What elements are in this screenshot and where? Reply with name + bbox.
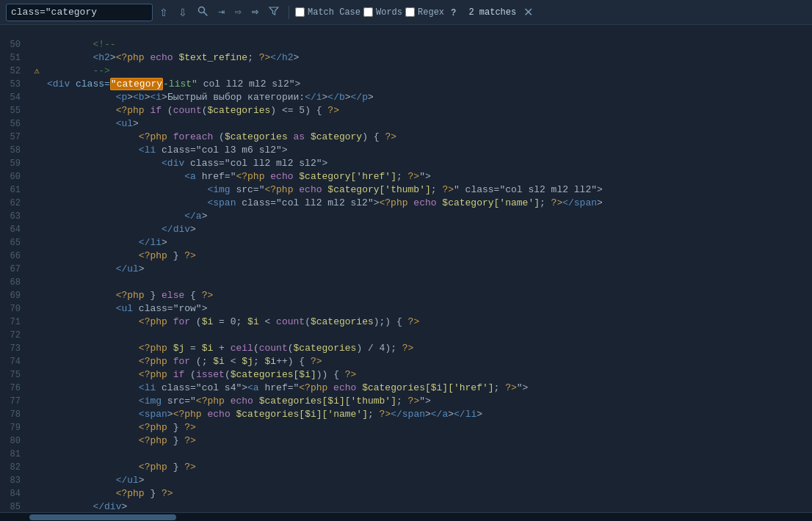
- line-content: <?php } ?>: [44, 434, 812, 448]
- regex-label[interactable]: Regex: [405, 7, 444, 18]
- horizontal-scrollbar[interactable]: [0, 512, 812, 521]
- table-row: 73 <?php $j = $i + ceil(count($categorie…: [0, 342, 812, 355]
- search-mode-btn1[interactable]: ⇥: [214, 6, 228, 18]
- line-number: 50: [0, 38, 29, 51]
- line-number: 53: [0, 78, 29, 91]
- search-input[interactable]: [11, 7, 128, 18]
- table-row: 70 <ul class="row">: [0, 302, 812, 316]
- line-number: 73: [0, 342, 29, 355]
- table-row: [0, 25, 812, 38]
- table-row: 54 <p><b><i>Быстрый выбор категории:</i>…: [0, 91, 812, 104]
- table-row: 76 <li class="col s4"><a href="<?php ech…: [0, 382, 812, 395]
- filter-icon: [269, 6, 279, 16]
- table-row: 81: [0, 448, 812, 461]
- line-number: 79: [0, 421, 29, 434]
- table-row: 61 <img src="<?php echo $category['thumb…: [0, 183, 812, 197]
- table-row: 75 <?php if (isset($categories[$i])) { ?…: [0, 368, 812, 382]
- code-container[interactable]: 50 <!--51 <h2><?php echo $text_refine; ?…: [0, 25, 812, 521]
- regex-checkbox[interactable]: [405, 7, 415, 17]
- line-gutter: ⚠: [29, 65, 44, 78]
- line-content: <span class="col ll2 ml2 sl2"><?php echo…: [44, 197, 812, 210]
- line-content: <ul class="row">: [44, 302, 812, 316]
- filter-icon-button[interactable]: [265, 4, 283, 20]
- line-number: 58: [0, 144, 29, 157]
- table-row: 74 <?php for (; $i < $j; $i++) { ?>: [0, 355, 812, 368]
- separator-1: [289, 6, 289, 19]
- match-case-label[interactable]: Match Case: [295, 7, 360, 18]
- table-row: 79 <?php } ?>: [0, 421, 812, 434]
- table-row: 83 </ul>: [0, 474, 812, 487]
- line-content: <span><?php echo $categories[$i]['name']…: [44, 408, 812, 421]
- line-number: 64: [0, 223, 29, 236]
- svg-line-1: [204, 12, 208, 16]
- line-content: <?php if (count($categories) <= 5) { ?>: [44, 104, 812, 117]
- line-number: 71: [0, 316, 29, 329]
- table-row: 55 <?php if (count($categories) <= 5) { …: [0, 104, 812, 117]
- regex-help-button[interactable]: ?: [447, 6, 460, 19]
- line-content: <div class="col ll2 ml2 sl2">: [44, 157, 812, 170]
- line-number: 74: [0, 355, 29, 368]
- line-content: <?php } ?>: [44, 487, 812, 500]
- search-icon-button[interactable]: [194, 4, 211, 20]
- words-text: Words: [376, 7, 402, 18]
- match-case-checkbox[interactable]: [295, 7, 305, 17]
- search-input-container: [6, 4, 153, 21]
- line-content: <p><b><i>Быстрый выбор категории:</i></b…: [44, 91, 812, 104]
- search-mode-btn3[interactable]: ⇨: [248, 6, 262, 18]
- words-checkbox[interactable]: [363, 7, 373, 17]
- search-icon: [197, 6, 208, 16]
- line-number: 84: [0, 487, 29, 500]
- line-content: <?php $j = $i + ceil(count($categories) …: [44, 342, 812, 355]
- line-content: <h2><?php echo $text_refine; ?></h2>: [44, 51, 812, 65]
- table-row: 78 <span><?php echo $categories[$i]['nam…: [0, 408, 812, 421]
- line-number: 52: [0, 65, 29, 78]
- line-content: <?php for (; $i < $j; $i++) { ?>: [44, 355, 812, 368]
- line-content: <li class="col s4"><a href="<?php echo $…: [44, 382, 812, 395]
- regex-text: Regex: [418, 7, 444, 18]
- line-number: 78: [0, 408, 29, 421]
- matches-count: 2 matches: [468, 7, 516, 18]
- line-content: <li class="col l3 m6 sl2">: [44, 144, 812, 157]
- line-number: 51: [0, 51, 29, 65]
- words-label[interactable]: Words: [363, 7, 402, 18]
- line-number: 83: [0, 474, 29, 487]
- table-row: 60 <a href="<?php echo $category['href']…: [0, 170, 812, 183]
- table-row: 69 <?php } else { ?>: [0, 289, 812, 302]
- line-number: 65: [0, 236, 29, 249]
- line-content: <a href="<?php echo $category['href']; ?…: [44, 170, 812, 183]
- search-mode-btn2[interactable]: ⇨: [231, 6, 245, 18]
- table-row: 67 </ul>: [0, 263, 812, 276]
- table-row: 50 <!--: [0, 38, 812, 51]
- line-number: 54: [0, 91, 29, 104]
- line-content: <?php } ?>: [44, 249, 812, 263]
- table-row: 53<div class="category-list" col ll2 ml2…: [0, 78, 812, 91]
- search-bar: ⇧ ⇩ ⇥ ⇨ ⇨ Match Case Words Regex ? 2 mat…: [0, 0, 812, 25]
- table-row: 63 </a>: [0, 210, 812, 223]
- scrollbar-thumb[interactable]: [29, 514, 176, 520]
- line-number: 66: [0, 249, 29, 263]
- search-next-button[interactable]: ⇩: [175, 5, 191, 20]
- line-number: 67: [0, 263, 29, 276]
- line-content: <!--: [44, 38, 812, 51]
- line-number: 57: [0, 131, 29, 144]
- line-number: 75: [0, 368, 29, 382]
- table-row: 80 <?php } ?>: [0, 434, 812, 448]
- line-content: <?php for ($i = 0; $i < count($categorie…: [44, 316, 812, 329]
- line-number: 62: [0, 197, 29, 210]
- table-row: 58 <li class="col l3 m6 sl2">: [0, 144, 812, 157]
- line-content: <img src="<?php echo $category['thumb'];…: [44, 183, 812, 197]
- line-content: [44, 276, 812, 289]
- table-row: 62 <span class="col ll2 ml2 sl2"><?php e…: [0, 197, 812, 210]
- line-content: <?php } ?>: [44, 421, 812, 434]
- line-content: [44, 448, 812, 461]
- table-row: 65 </li>: [0, 236, 812, 249]
- line-content: <div class="category-list" col ll2 ml2 s…: [44, 78, 812, 91]
- search-prev-button[interactable]: ⇧: [156, 5, 172, 20]
- line-content: </li>: [44, 236, 812, 249]
- line-content: <?php } ?>: [44, 461, 812, 474]
- table-row: 59 <div class="col ll2 ml2 sl2">: [0, 157, 812, 170]
- close-search-button[interactable]: ✕: [521, 5, 536, 19]
- line-number: 60: [0, 170, 29, 183]
- table-row: 52⚠ -->: [0, 65, 812, 78]
- line-content: </ul>: [44, 263, 812, 276]
